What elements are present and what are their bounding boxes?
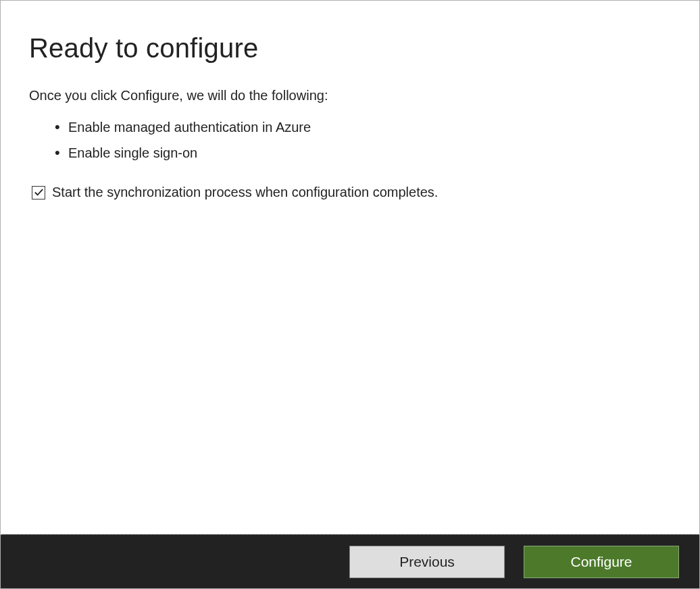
main-content: Ready to configure Once you click Config… bbox=[1, 1, 699, 534]
task-list: Enable managed authentication in Azure E… bbox=[29, 114, 671, 166]
list-item: Enable single sign-on bbox=[57, 140, 671, 166]
check-icon bbox=[34, 187, 44, 197]
start-sync-checkbox[interactable] bbox=[32, 186, 45, 199]
footer-bar: Previous Configure bbox=[1, 534, 699, 588]
previous-button[interactable]: Previous bbox=[349, 546, 505, 578]
page-title: Ready to configure bbox=[29, 33, 671, 64]
checkbox-row: Start the synchronization process when c… bbox=[32, 185, 671, 200]
configure-button[interactable]: Configure bbox=[524, 546, 679, 578]
intro-text: Once you click Configure, we will do the… bbox=[29, 88, 671, 103]
list-item: Enable managed authentication in Azure bbox=[57, 114, 671, 140]
start-sync-label: Start the synchronization process when c… bbox=[52, 185, 438, 200]
